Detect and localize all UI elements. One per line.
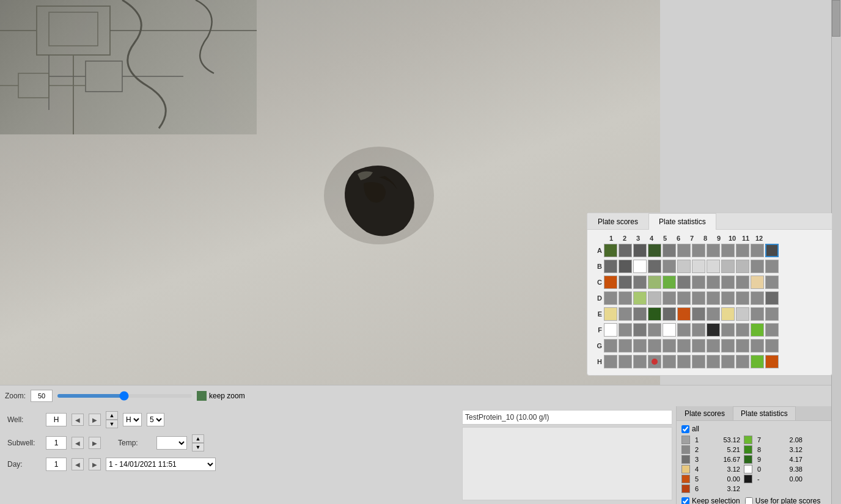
temp-up-btn[interactable]: ▲ bbox=[192, 434, 204, 443]
cell-d4[interactable] bbox=[648, 291, 661, 305]
cell-a7[interactable] bbox=[692, 244, 705, 257]
cell-g11[interactable] bbox=[751, 339, 764, 352]
temp-select[interactable] bbox=[156, 436, 187, 450]
cell-b10[interactable] bbox=[736, 260, 749, 273]
cell-b4[interactable] bbox=[648, 260, 661, 273]
cell-f4[interactable] bbox=[648, 323, 661, 337]
cell-d12[interactable] bbox=[765, 291, 779, 305]
cell-b8[interactable] bbox=[707, 260, 720, 273]
cell-c9[interactable] bbox=[721, 276, 735, 289]
cell-a1[interactable] bbox=[604, 244, 617, 257]
cell-e7[interactable] bbox=[692, 307, 705, 321]
cell-e4[interactable] bbox=[648, 307, 661, 321]
use-for-plate-scores-checkbox[interactable] bbox=[745, 497, 753, 505]
cell-c6[interactable] bbox=[677, 276, 691, 289]
cell-a3[interactable] bbox=[633, 244, 647, 257]
cell-a9[interactable] bbox=[721, 244, 735, 257]
subwell-input[interactable] bbox=[46, 436, 67, 450]
tab-stats-plate-statistics[interactable]: Plate statistics bbox=[733, 406, 796, 420]
cell-g1[interactable] bbox=[604, 339, 617, 352]
cell-g7[interactable] bbox=[692, 339, 705, 352]
cell-h8[interactable] bbox=[707, 355, 720, 368]
zoom-input[interactable] bbox=[31, 390, 53, 402]
well-row-up-btn[interactable]: ▲ bbox=[106, 411, 118, 420]
cell-b11[interactable] bbox=[751, 260, 764, 273]
cell-d1[interactable] bbox=[604, 291, 617, 305]
cell-e8[interactable] bbox=[707, 307, 720, 321]
subwell-prev-btn[interactable]: ◀ bbox=[72, 437, 84, 449]
cell-h6[interactable] bbox=[677, 355, 691, 368]
cell-d6[interactable] bbox=[677, 291, 691, 305]
cell-e3[interactable] bbox=[633, 307, 647, 321]
cell-g12[interactable] bbox=[765, 339, 779, 352]
scroll-thumb[interactable] bbox=[832, 0, 840, 37]
cell-d7[interactable] bbox=[692, 291, 705, 305]
cell-b12[interactable] bbox=[765, 260, 779, 273]
cell-d11[interactable] bbox=[751, 291, 764, 305]
cell-e6[interactable] bbox=[677, 307, 691, 321]
cell-g8[interactable] bbox=[707, 339, 720, 352]
cell-h7[interactable] bbox=[692, 355, 705, 368]
cell-h5[interactable] bbox=[663, 355, 676, 368]
cell-b3[interactable] bbox=[633, 260, 647, 273]
well-row-select[interactable]: H bbox=[123, 413, 142, 426]
cell-f2[interactable] bbox=[619, 323, 632, 337]
cell-g10[interactable] bbox=[736, 339, 749, 352]
cell-h10[interactable] bbox=[736, 355, 749, 368]
cell-h1[interactable] bbox=[604, 355, 617, 368]
cell-b6[interactable] bbox=[677, 260, 691, 273]
tab-plate-scores[interactable]: Plate scores bbox=[587, 213, 648, 230]
cell-c8[interactable] bbox=[707, 276, 720, 289]
cell-f11[interactable] bbox=[751, 323, 764, 337]
cell-c3[interactable] bbox=[633, 276, 647, 289]
cell-c2[interactable] bbox=[619, 276, 632, 289]
cell-c10[interactable] bbox=[736, 276, 749, 289]
cell-g3[interactable] bbox=[633, 339, 647, 352]
cell-d3[interactable] bbox=[633, 291, 647, 305]
cell-g5[interactable] bbox=[663, 339, 676, 352]
cell-c1[interactable] bbox=[604, 276, 617, 289]
cell-e12[interactable] bbox=[765, 307, 779, 321]
temp-down-btn[interactable]: ▼ bbox=[192, 443, 204, 451]
cell-e1[interactable] bbox=[604, 307, 617, 321]
cell-f3[interactable] bbox=[633, 323, 647, 337]
cell-b5[interactable] bbox=[663, 260, 676, 273]
cell-g2[interactable] bbox=[619, 339, 632, 352]
day-input[interactable] bbox=[46, 458, 67, 471]
well-row-input[interactable] bbox=[46, 413, 67, 426]
cell-d9[interactable] bbox=[721, 291, 735, 305]
day-next-btn[interactable]: ▶ bbox=[89, 458, 101, 470]
zoom-slider[interactable] bbox=[57, 394, 192, 398]
well-row-next-btn[interactable]: ▶ bbox=[89, 414, 101, 426]
cell-a11[interactable] bbox=[751, 244, 764, 257]
cell-f1[interactable] bbox=[604, 323, 617, 337]
cell-f10[interactable] bbox=[736, 323, 749, 337]
cell-a8[interactable] bbox=[707, 244, 720, 257]
cell-a4[interactable] bbox=[648, 244, 661, 257]
cell-e5[interactable] bbox=[663, 307, 676, 321]
cell-e11[interactable] bbox=[751, 307, 764, 321]
well-col-select[interactable]: 5 bbox=[147, 413, 164, 426]
cell-a12[interactable] bbox=[765, 244, 779, 257]
cell-f7[interactable] bbox=[692, 323, 705, 337]
cell-h2[interactable] bbox=[619, 355, 632, 368]
cell-f8[interactable] bbox=[707, 323, 720, 337]
cell-b7[interactable] bbox=[692, 260, 705, 273]
cell-a2[interactable] bbox=[619, 244, 632, 257]
tab-stats-plate-scores[interactable]: Plate scores bbox=[677, 406, 733, 420]
cell-d2[interactable] bbox=[619, 291, 632, 305]
cell-g6[interactable] bbox=[677, 339, 691, 352]
cell-h9[interactable] bbox=[721, 355, 735, 368]
stats-all-checkbox[interactable] bbox=[681, 425, 689, 433]
cell-d10[interactable] bbox=[736, 291, 749, 305]
cell-g9[interactable] bbox=[721, 339, 735, 352]
keep-selection-checkbox[interactable] bbox=[681, 497, 689, 505]
cell-d5[interactable] bbox=[663, 291, 676, 305]
day-prev-btn[interactable]: ◀ bbox=[72, 458, 84, 470]
cell-c5[interactable] bbox=[663, 276, 676, 289]
cell-b9[interactable] bbox=[721, 260, 735, 273]
cell-b2[interactable] bbox=[619, 260, 632, 273]
cell-c4[interactable] bbox=[648, 276, 661, 289]
cell-c7[interactable] bbox=[692, 276, 705, 289]
cell-f12[interactable] bbox=[765, 323, 779, 337]
